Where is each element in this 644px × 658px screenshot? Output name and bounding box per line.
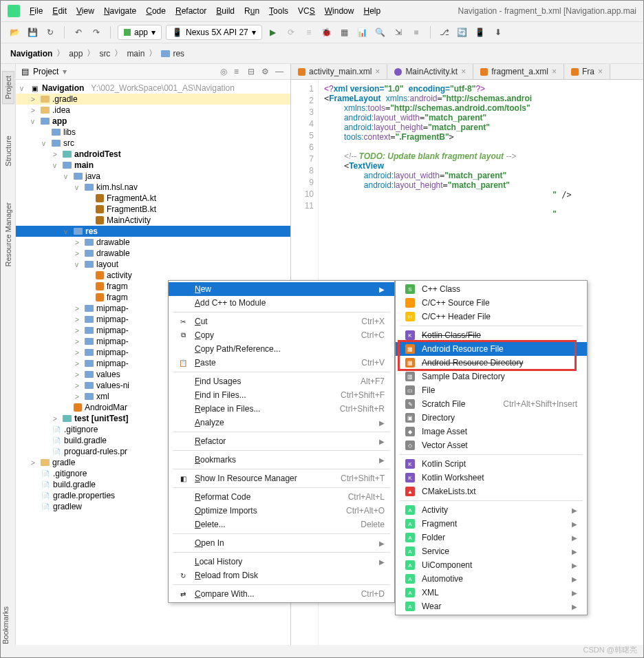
tree-row[interactable]: FragmentA.kt [16,193,290,204]
file-tab[interactable]: fragment_a.xml× [473,64,564,79]
menu-item[interactable]: Copy Path/Reference... [169,342,394,356]
menu-item[interactable]: ▦Android Resource File [396,342,587,356]
tree-row[interactable]: libs [16,127,290,138]
menu-item[interactable]: ◇Vector Asset [396,438,587,452]
menu-item[interactable]: SC++ Class [396,282,587,296]
tree-row[interactable]: >.gradle [16,94,290,105]
breadcrumb-item[interactable]: src [99,49,110,59]
menu-item[interactable]: Open In▶ [169,536,394,550]
menu-item[interactable]: ✎Scratch FileCtrl+Alt+Shift+Insert [396,397,587,411]
run-config-dropdown[interactable]: app ▾ [118,25,162,40]
sdk-manager-icon[interactable]: ⬇ [491,25,505,39]
submenu-new[interactable]: SC++ ClassC/C++ Source FileHC/C++ Header… [395,280,588,615]
tree-row[interactable]: vlayout [16,259,290,270]
file-tab[interactable]: MainActivity.kt× [387,64,473,79]
menu-item[interactable]: ↻Reload from Disk [169,569,394,582]
tree-row[interactable]: vsrc [16,138,290,149]
tree-row[interactable]: >.idea [16,105,290,116]
menu-tools[interactable]: Tools [269,6,288,16]
hide-icon[interactable]: — [275,67,285,76]
menu-item[interactable]: ⇄Compare With...Ctrl+D [169,587,394,601]
menu-item[interactable]: Analyze▶ [169,416,394,429]
stop-icon[interactable]: ■ [409,25,423,39]
menu-item[interactable]: Bookmarks▶ [169,453,394,467]
menu-help[interactable]: Help [363,6,380,16]
menu-item[interactable]: ✂CutCtrl+X [169,315,394,328]
menu-item[interactable]: ▥Sample Data Directory [396,370,587,383]
menu-file[interactable]: File [30,6,43,16]
menu-item[interactable]: KKotlin Script [396,457,587,471]
menu-item[interactable]: Add C++ to Module [169,296,394,310]
git-branch-icon[interactable]: ⎇ [438,25,451,39]
breadcrumb-item[interactable]: res [173,49,184,59]
breadcrumb-item[interactable]: main [127,49,144,59]
menu-item[interactable]: Optimize ImportsCtrl+Alt+O [169,504,394,518]
avd-manager-icon[interactable]: 📱 [473,25,487,39]
menu-edit[interactable]: Edit [52,6,67,16]
chevron-down-icon[interactable]: ▾ [63,67,67,76]
app-inspection-icon[interactable]: 🔍 [374,25,387,39]
menu-item[interactable]: Replace in Files...Ctrl+Shift+R [169,402,394,416]
run-icon[interactable]: ▶ [266,25,280,39]
menu-item[interactable]: AFragment▶ [396,517,587,531]
open-icon[interactable]: 📂 [8,25,21,39]
menu-code[interactable]: Code [146,6,166,16]
tree-row[interactable]: MainActivity [16,215,290,226]
tree-row[interactable]: vres [16,226,290,237]
menu-item[interactable]: ▲CMakeLists.txt [396,485,587,498]
menu-build[interactable]: Build [216,6,235,16]
menu-run[interactable]: Run [244,6,259,16]
menu-navigate[interactable]: Navigate [104,6,136,16]
attach-debugger-icon[interactable]: ⇲ [391,25,405,39]
vtab-project[interactable]: Project [2,71,14,104]
menu-vcs[interactable]: VCS [298,6,315,16]
tree-row[interactable]: vmain [16,160,290,171]
menu-refactor[interactable]: Refactor [175,6,206,16]
expand-all-icon[interactable]: ≡ [234,67,244,76]
menu-item[interactable]: AFolder▶ [396,531,587,544]
menu-item[interactable]: ▭File [396,383,587,397]
profiler-icon[interactable]: 📊 [356,25,369,39]
tree-row[interactable]: vkim.hsl.nav [16,182,290,193]
menu-item[interactable]: 📋PasteCtrl+V [169,356,394,370]
menu-window[interactable]: Window [325,6,354,16]
menu-item[interactable]: KKotlin Class/File [396,328,587,342]
device-dropdown[interactable]: 📱 Nexus 5X API 27 ▾ [166,25,262,40]
menu-item[interactable]: Local History▶ [169,555,394,569]
menu-item[interactable]: Delete...Delete [169,518,394,531]
context-menu[interactable]: New▶Add C++ to Module✂CutCtrl+X⧉CopyCtrl… [168,280,395,603]
breadcrumb-item[interactable]: app [69,49,83,59]
tree-row[interactable]: activity [16,270,290,281]
undo-icon[interactable]: ↶ [72,25,85,39]
project-mode-label[interactable]: Project [33,67,58,76]
menu-item[interactable]: ▦Android Resource Directory [396,356,587,370]
menu-item[interactable]: Find in Files...Ctrl+Shift+F [169,388,394,402]
menu-item[interactable]: AAutomotive▶ [396,572,587,586]
menu-item[interactable]: ▣Directory [396,411,587,425]
file-tab[interactable]: Fra× [564,64,610,79]
apply-code-changes-icon[interactable]: ≡ [302,25,316,39]
menu-item[interactable]: AUiComponent▶ [396,558,587,572]
vtab-structure[interactable]: Structure [3,131,14,171]
close-icon[interactable]: × [375,67,380,76]
breadcrumb-item[interactable]: Navigation [10,49,52,59]
menu-item[interactable]: AWear▶ [396,599,587,613]
menu-item[interactable]: KKotlin Worksheet [396,471,587,485]
coverage-icon[interactable]: ▦ [338,25,352,39]
menu-item[interactable]: AActivity▶ [396,503,587,517]
save-all-icon[interactable]: 💾 [25,25,39,39]
menu-item[interactable]: ◧Show In Resource ManagerCtrl+Shift+T [169,471,394,485]
vtab-resource-manager[interactable]: Resource Manager [3,198,14,271]
tree-root[interactable]: v▣ Navigation Y:\002_WorkSpace\001_AS\Na… [16,83,290,94]
tree-row[interactable]: FragmentB.kt [16,204,290,215]
vtab-bookmarks[interactable]: Bookmarks [1,606,10,644]
close-icon[interactable]: × [552,67,557,76]
tree-row[interactable]: >androidTest [16,149,290,160]
menu-item[interactable]: AService▶ [396,544,587,558]
reload-icon[interactable]: ↻ [43,25,57,39]
tree-row[interactable]: vapp [16,116,290,127]
file-tab[interactable]: activity_main.xml× [291,64,387,79]
close-icon[interactable]: × [598,67,603,76]
menu-item[interactable]: ◆Image Asset [396,425,587,438]
menu-item[interactable]: Refactor▶ [169,434,394,448]
